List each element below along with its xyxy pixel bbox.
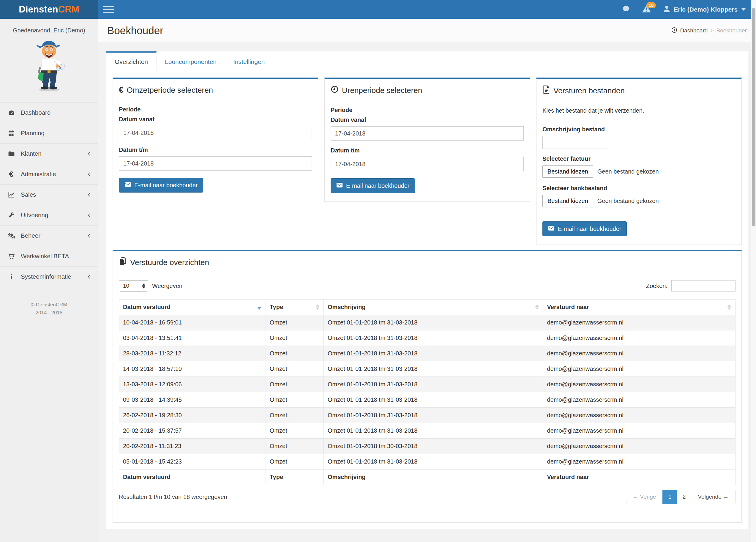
- scrollbar-thumb[interactable]: [752, 8, 755, 226]
- chevron-left-icon: [87, 192, 91, 197]
- content-header: Boekhouder Dashboard > Boekhouder: [98, 19, 751, 43]
- breadcrumb-home[interactable]: Dashboard: [680, 27, 708, 34]
- app-window: DienstenCRM 16: [0, 0, 756, 542]
- sidebar-item-systeeminformatie[interactable]: i Systeeminformatie: [0, 266, 98, 287]
- sidebar-item-administratie[interactable]: € Administratie: [0, 164, 98, 184]
- chevron-down-icon: [741, 8, 746, 11]
- dashboard-icon: [7, 109, 16, 116]
- panel-verstuurde-overzichten: Verstuurde overzichten 10 Weergeven: [113, 250, 742, 523]
- sort-desc-icon: [257, 307, 262, 310]
- sidebar-item-uitvoering[interactable]: Uitvoering: [0, 205, 98, 225]
- chevron-left-icon: [87, 233, 91, 238]
- table-row[interactable]: 03-04-2018 - 13:51:41OmzetOmzet 01-01-20…: [119, 331, 736, 346]
- pagination-next-button[interactable]: Volgende →: [691, 490, 736, 504]
- invoice-file-status: Geen bestand gekozen: [597, 168, 659, 175]
- search-input[interactable]: [671, 280, 736, 292]
- sidebar-item-label: Systeeminformatie: [21, 273, 71, 280]
- panel-title: Verstuurde overzichten: [119, 257, 736, 268]
- clock-icon: [331, 85, 339, 95]
- euro-icon: €: [7, 170, 16, 178]
- alerts-button[interactable]: 16: [642, 5, 651, 14]
- sidebar-item-klanten[interactable]: Klanten: [0, 143, 98, 164]
- user-icon: [663, 5, 670, 14]
- breadcrumb-current: Boekhouder: [716, 27, 747, 34]
- date-from-label: Datum vanaf: [331, 116, 524, 123]
- column-header-omschrijving[interactable]: Omschrijving: [323, 300, 543, 315]
- bank-file-button[interactable]: Bestand kiezen: [542, 195, 593, 207]
- table-row[interactable]: 14-03-2018 - 18:57:10OmzetOmzet 01-01-20…: [119, 361, 736, 377]
- sidebar-item-planning[interactable]: Planning: [0, 123, 98, 143]
- sidebar-item-sales[interactable]: Sales: [0, 184, 98, 205]
- chevron-left-icon: [87, 274, 91, 279]
- brand-text-crm: CRM: [58, 4, 79, 15]
- pagination-prev-button[interactable]: ← Vorige: [626, 490, 663, 504]
- uren-date-from-input[interactable]: [331, 126, 524, 140]
- uren-date-to-input[interactable]: [331, 157, 524, 171]
- envelope-icon: [124, 182, 131, 189]
- main-content: Boekhouder Dashboard > Boekhouder Overzi…: [98, 19, 751, 542]
- tab-looncomponenten[interactable]: Looncomponenten: [157, 51, 225, 71]
- tab-overzichten[interactable]: Overzichten: [106, 51, 157, 71]
- table-row[interactable]: 28-03-2018 - 11:32:12OmzetOmzet 01-01-20…: [119, 346, 736, 361]
- invoice-file-button[interactable]: Bestand kiezen: [542, 165, 593, 178]
- page-title: Boekhouder: [107, 25, 163, 37]
- results-summary: Resultaten 1 t/m 10 van 18 weergegeven: [119, 494, 227, 500]
- omzet-date-to-input[interactable]: [119, 156, 312, 170]
- euro-icon: €: [119, 85, 124, 95]
- omzet-date-from-input[interactable]: [119, 126, 312, 140]
- column-header-verstuurd-naar[interactable]: Verstuurd naar: [543, 300, 735, 315]
- search-label: Zoeken:: [646, 283, 667, 290]
- file-description-input[interactable]: [542, 136, 607, 149]
- panel-versturen-bestanden: Versturen bestanden Kies het bestand dat…: [536, 78, 742, 245]
- messages-button[interactable]: [622, 5, 630, 14]
- sidebar-item-label: Werkwinkel BETA: [21, 252, 69, 260]
- column-header-type[interactable]: Type: [266, 300, 323, 315]
- page-size-label: Weergeven: [152, 283, 182, 290]
- sidebar-menu: Dashboard Planning Klanten: [0, 102, 98, 287]
- table-row[interactable]: 13-03-2018 - 12:09:06OmzetOmzet 01-01-20…: [119, 377, 736, 392]
- table-row[interactable]: 20-02-2018 - 11:31:23OmzetOmzet 01-01-20…: [119, 439, 736, 454]
- table-footer-row: Datum verstuurd Type Omschrijving Verstu…: [119, 470, 736, 485]
- chevron-left-icon: [87, 213, 91, 218]
- sidebar-item-dashboard[interactable]: Dashboard: [0, 102, 98, 123]
- table-row[interactable]: 10-04-2018 - 16:59:01OmzetOmzet 01-01-20…: [119, 315, 736, 331]
- panel-omzetperiode: € Omzetperiode selecteren Periode Datum …: [113, 78, 318, 201]
- user-menu[interactable]: Eric (Demo) Kloppers: [663, 5, 746, 14]
- gears-icon: [7, 232, 16, 239]
- scrollbar-track[interactable]: [751, 0, 756, 542]
- panel-urenperiode: Urenperiode selecteren Periode Datum van…: [324, 78, 530, 202]
- omzet-email-button[interactable]: E-mail naar boekhouder: [119, 178, 203, 192]
- sort-icons: [727, 304, 731, 310]
- tab-instellingen[interactable]: Instellingen: [225, 51, 273, 71]
- table-row[interactable]: 20-02-2018 - 15:37:57OmzetOmzet 01-01-20…: [119, 423, 736, 439]
- panel-title: Versturen bestanden: [542, 85, 736, 96]
- versturen-email-button[interactable]: E-mail naar boekhouder: [542, 221, 627, 236]
- sidebar-item-werkwinkel[interactable]: Werkwinkel BETA: [0, 246, 98, 266]
- pagination-page-2[interactable]: 2: [677, 490, 691, 504]
- date-to-label: Datum t/m: [119, 146, 312, 153]
- table-row[interactable]: 05-01-2018 - 15:42:23OmzetOmzet 01-01-20…: [119, 454, 736, 470]
- invoice-label: Selecteer factuur: [542, 155, 736, 162]
- sidebar-item-label: Klanten: [21, 150, 42, 157]
- top-navbar: DienstenCRM 16: [0, 0, 751, 19]
- page-size-select[interactable]: 10: [119, 280, 148, 292]
- bank-file-status: Geen bestand gekozen: [597, 197, 659, 204]
- table-row[interactable]: 26-02-2018 - 19:28:30OmzetOmzet 01-01-20…: [119, 408, 736, 423]
- alert-count-badge: 16: [646, 2, 656, 8]
- period-label: Periode: [119, 106, 312, 113]
- chevron-left-icon: [87, 151, 91, 156]
- sidebar-copyright: © DienstenCRM 2014 - 2018: [0, 301, 98, 317]
- pagination-page-1[interactable]: 1: [662, 490, 677, 504]
- table-row[interactable]: 09-03-2018 - 14:39:45OmzetOmzet 01-01-20…: [119, 392, 736, 408]
- column-header-datum[interactable]: Datum verstuurd: [119, 300, 266, 315]
- sidebar-item-label: Dashboard: [21, 109, 50, 116]
- sidebar-toggle-button[interactable]: [103, 4, 115, 15]
- sort-icons: [316, 304, 319, 310]
- sidebar-item-beheer[interactable]: Beheer: [0, 225, 98, 246]
- copy-icon: [119, 257, 127, 268]
- brand-logo[interactable]: DienstenCRM: [0, 0, 98, 19]
- stepper-arrows-icon: [142, 284, 145, 289]
- breadcrumb: Dashboard > Boekhouder: [671, 27, 747, 34]
- uren-email-button[interactable]: E-mail naar boekhouder: [331, 178, 415, 193]
- user-name: Eric (Demo) Kloppers: [674, 6, 738, 13]
